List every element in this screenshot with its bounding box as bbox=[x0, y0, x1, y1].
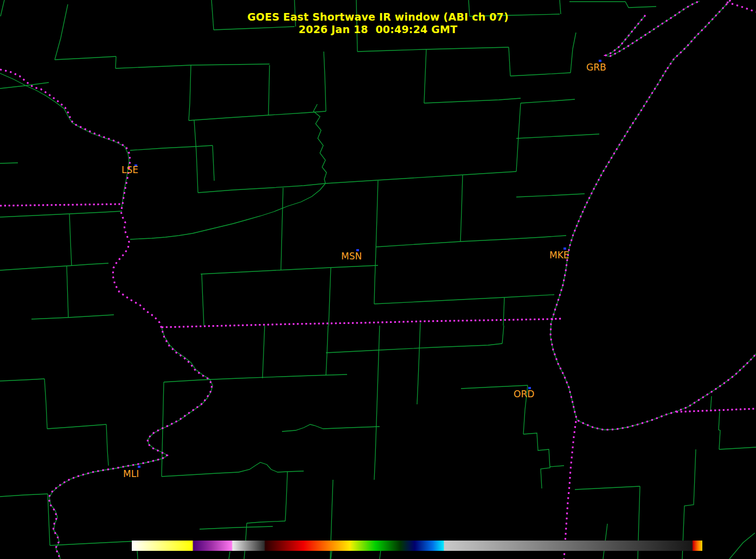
mississippi-river-border bbox=[0, 69, 212, 559]
station-label-grb: GRB bbox=[586, 62, 606, 72]
station-label-ord: ORD bbox=[514, 389, 534, 399]
enhancement-colorbar bbox=[132, 541, 702, 551]
indiana-michigan-border bbox=[676, 409, 756, 412]
illinois-indiana-border bbox=[564, 421, 576, 559]
station-label-mli: MLI bbox=[123, 469, 139, 479]
station-label-msn: MSN bbox=[341, 251, 362, 261]
wisconsin-illinois-border bbox=[162, 319, 562, 327]
county-lines-layer bbox=[0, 0, 756, 559]
product-timestamp: 2026 Jan 18 00:49:24 GMT bbox=[0, 23, 756, 36]
station-label-lse: LSE bbox=[121, 165, 138, 175]
lake-michigan-shoreline bbox=[550, 71, 756, 430]
minnesota-iowa-border bbox=[0, 204, 122, 206]
lake-michigan-border bbox=[550, 71, 756, 430]
state-borders-layer bbox=[0, 0, 756, 559]
product-title-block: GOES East Shortwave IR window (ABI ch 07… bbox=[0, 11, 756, 36]
satellite-viewer: GOES East Shortwave IR window (ABI ch 07… bbox=[0, 0, 756, 559]
product-title: GOES East Shortwave IR window (ABI ch 07… bbox=[0, 11, 756, 23]
shoreline-layer bbox=[49, 0, 756, 559]
station-dot-mli bbox=[138, 466, 140, 468]
station-label-mke: MKE bbox=[549, 250, 569, 260]
satellite-map bbox=[0, 0, 756, 559]
